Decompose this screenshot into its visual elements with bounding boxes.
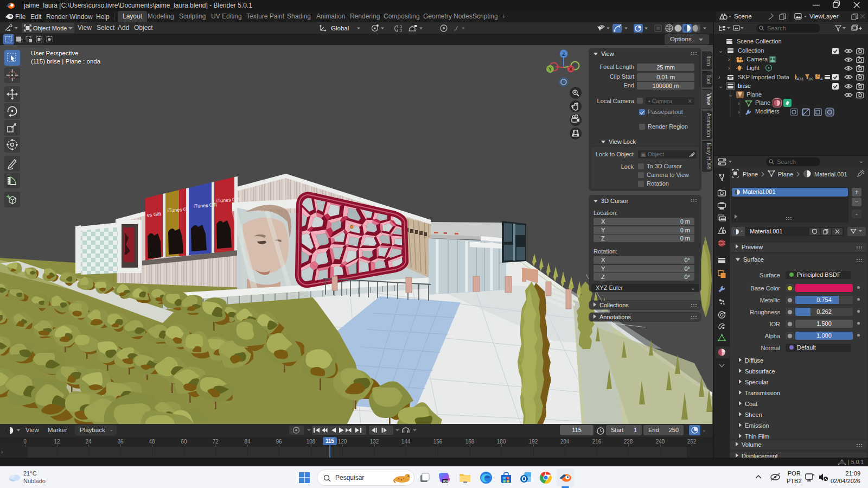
svg-text:431: 431 [796, 77, 804, 81]
svg-text:M365: M365 [443, 480, 450, 483]
svg-text:Plane: Plane [743, 171, 758, 178]
svg-text:4: 4 [820, 77, 823, 81]
svg-text:Global: Global [331, 25, 349, 31]
svg-text:Z: Z [562, 52, 565, 57]
svg-text:es Gift: es Gift [146, 211, 161, 218]
svg-text:X: X [569, 66, 572, 72]
svg-text:Plane: Plane [778, 171, 793, 178]
svg-text:Y: Y [548, 66, 552, 72]
svg-text:8: 8 [813, 473, 815, 477]
svg-text:Material.001: Material.001 [814, 171, 847, 178]
svg-text:1K: 1K [808, 77, 813, 81]
